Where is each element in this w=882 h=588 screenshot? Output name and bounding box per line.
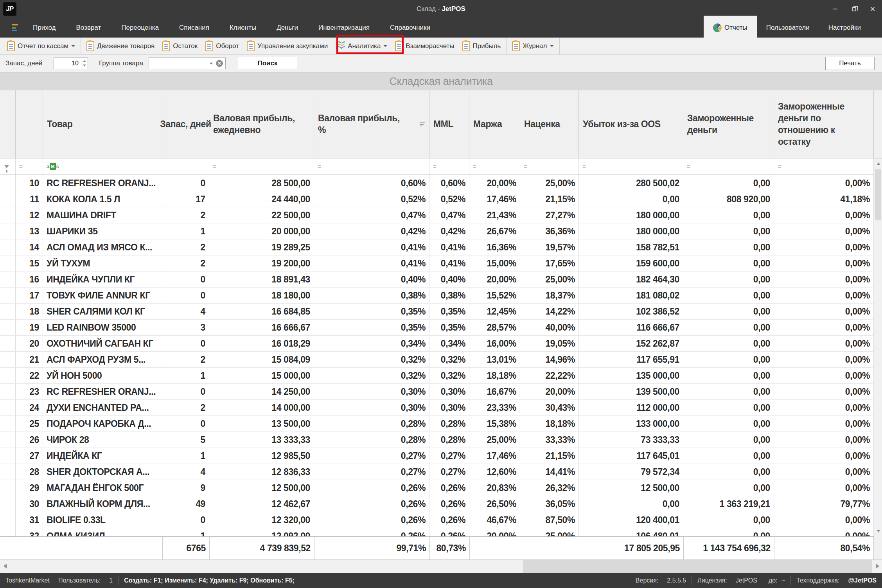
horizontal-scroll-thumb[interactable] bbox=[523, 560, 872, 573]
menu-item-7[interactable]: Справочники bbox=[390, 24, 430, 32]
column-header-mml[interactable]: MML bbox=[429, 90, 469, 158]
filter-eq-cell[interactable]: = bbox=[314, 158, 429, 174]
table-row[interactable]: 13ШАРИКИ 35120 000,000,42%0,42%26,67%36,… bbox=[0, 223, 874, 239]
table-row[interactable]: 22УЙ НОН 5000115 000,000,32%0,32%18,18%2… bbox=[0, 368, 874, 384]
table-row[interactable]: 19LED RAINBOW 35000316 666,670,35%0,35%2… bbox=[0, 320, 874, 336]
menu-item-5[interactable]: Деньги bbox=[277, 24, 298, 32]
list-menu-icon[interactable] bbox=[12, 24, 20, 31]
filter-eq-cell[interactable]: = bbox=[520, 158, 579, 174]
product-name: SHER ДОКТОРСКАЯ А... bbox=[43, 464, 162, 480]
table-row[interactable]: 20ОХОТНИЧИЙ САГБАН КГ016 018,290,34%0,34… bbox=[0, 336, 874, 352]
frozen-money-pct: 41,18% bbox=[774, 191, 874, 207]
toolbar-button-Оборот[interactable]: Оборот bbox=[201, 38, 243, 55]
frozen-money-pct: 0,00% bbox=[774, 368, 874, 383]
table-row[interactable]: 24ДУХИ ENCHANTED PA...214 000,000,30%0,3… bbox=[0, 400, 874, 416]
stock-days-spinner[interactable]: 10 bbox=[54, 58, 88, 69]
table-row[interactable]: 26ЧИРОК 28513 333,330,28%0,28%25,00%33,3… bbox=[0, 432, 874, 448]
filter-eq-cell[interactable]: = bbox=[683, 158, 774, 174]
table-row[interactable]: 27ИНДЕЙКА КГ112 985,500,27%0,27%17,46%21… bbox=[0, 448, 874, 464]
table-row[interactable]: 12МАШИНА DRIFT222 500,000,47%0,47%21,43%… bbox=[0, 207, 874, 223]
toolbar-button-Аналитика[interactable]: Аналитика bbox=[332, 38, 391, 55]
group-combobox[interactable]: ✕ bbox=[149, 58, 226, 69]
column-header-product[interactable]: Товар bbox=[43, 90, 162, 158]
scroll-down-icon[interactable] bbox=[877, 530, 880, 532]
table-row[interactable]: 15УЙ ТУХУМ219 200,000,41%0,41%15,00%17,6… bbox=[0, 255, 874, 272]
tab-Пользователи[interactable]: Пользователи bbox=[757, 18, 819, 38]
gross-profit-pct: 0,32% bbox=[314, 368, 429, 383]
horizontal-scrollbar[interactable] bbox=[0, 559, 882, 573]
toolbar-button-Управление закупками[interactable]: Управление закупками bbox=[243, 38, 332, 55]
table-row[interactable]: 17ТОВУК ФИЛЕ ANNUR КГ018 180,000,38%0,38… bbox=[0, 288, 874, 304]
column-header-frozen[interactable]: Замороженные деньги bbox=[683, 90, 774, 158]
minimize-button[interactable] bbox=[826, 0, 844, 18]
table-row[interactable]: 23RC REFRESHER ORANJ...014 250,000,30%0,… bbox=[0, 384, 874, 400]
search-button[interactable]: Поиск bbox=[238, 57, 297, 70]
filter-funnel-cell[interactable] bbox=[0, 158, 16, 174]
restore-button[interactable] bbox=[844, 0, 863, 18]
filter-eq-cell[interactable]: = bbox=[16, 158, 43, 174]
table-row[interactable]: 32ОЛМА КИЗИЛ112 092,000,26%0,26%20,00%25… bbox=[0, 528, 874, 536]
table-row[interactable]: 21АСЛ ФАРХОД РУЗМ 5...215 084,090,32%0,3… bbox=[0, 352, 874, 368]
table-row[interactable]: 28SHER ДОКТОРСКАЯ А...412 836,330,27%0,2… bbox=[0, 464, 874, 480]
toolbar-button-Прибыль[interactable]: Прибыль bbox=[458, 38, 505, 55]
vertical-scroll-thumb[interactable] bbox=[875, 169, 881, 220]
gross-profit-daily: 12 985,50 bbox=[209, 448, 314, 464]
scroll-up-icon[interactable] bbox=[877, 162, 880, 165]
vertical-scrollbar[interactable] bbox=[874, 158, 882, 536]
close-button[interactable]: × bbox=[863, 0, 882, 18]
column-header-markup[interactable]: Наценка bbox=[520, 90, 579, 158]
funnel-icon bbox=[4, 165, 9, 168]
table-row[interactable]: 16ИНДЕЙКА ЧУПЛИ КГ018 891,430,40%0,40%20… bbox=[0, 272, 874, 288]
filter-cell[interactable] bbox=[162, 158, 209, 174]
column-header-gross-daily[interactable]: Валовая прибыль, ежедневно bbox=[209, 90, 314, 158]
oos-loss: 0,00 bbox=[579, 191, 683, 207]
indicator-column-header bbox=[0, 90, 16, 158]
menu-item-2[interactable]: Переоценка bbox=[121, 24, 159, 32]
table-row[interactable]: 31BIOLIFE 0.33L012 320,000,26%0,26%46,67… bbox=[0, 512, 874, 528]
stock-days: 2 bbox=[162, 400, 209, 415]
toolbar-button-Движение товаров[interactable]: Движение товаров bbox=[83, 38, 158, 55]
menu-item-4[interactable]: Клиенты bbox=[230, 24, 256, 32]
frozen-money-pct: 0,00% bbox=[774, 175, 874, 191]
column-header-margin[interactable]: Маржа bbox=[469, 90, 520, 158]
scroll-left-icon[interactable] bbox=[4, 564, 7, 568]
filter-eq-cell[interactable]: = bbox=[579, 158, 683, 174]
abc-filter-icon: aBc bbox=[47, 163, 59, 170]
spin-down-icon bbox=[83, 65, 86, 67]
column-header-frozen-pct[interactable]: Замороженные деньги по отношению к остат… bbox=[774, 90, 874, 158]
table-row[interactable]: 30ВЛАЖНЫЙ КОРМ ДЛЯ...4912 462,670,26%0,2… bbox=[0, 496, 874, 512]
stock-days: 1 bbox=[162, 448, 209, 464]
filter-eq-cell[interactable]: = bbox=[429, 158, 469, 174]
tab-Отчеты[interactable]: Отчеты bbox=[704, 16, 757, 38]
toolbar-button-Отчет по кассам[interactable]: Отчет по кассам bbox=[3, 38, 79, 55]
table-row[interactable]: 11КОКА КОЛА 1.5 Л1724 440,000,52%0,52%17… bbox=[0, 191, 874, 207]
menu-item-6[interactable]: Инвентаризация bbox=[318, 24, 370, 32]
markup: 21,15% bbox=[520, 448, 579, 464]
toolbar-button-Остаток[interactable]: Остаток bbox=[158, 38, 201, 55]
filter-abc-cell[interactable]: aBc bbox=[43, 158, 162, 174]
toolbar-button-Взаиморасчеты[interactable]: Взаиморасчеты bbox=[391, 38, 458, 55]
filter-eq-cell[interactable]: = bbox=[774, 158, 874, 174]
row-number-column-header[interactable] bbox=[16, 90, 43, 158]
column-header-gross-pct[interactable]: Валовая прибыль, % bbox=[314, 90, 429, 158]
column-header-oos[interactable]: Убыток из-за OOS bbox=[579, 90, 683, 158]
print-button[interactable]: Печать bbox=[825, 57, 875, 70]
clear-icon[interactable]: ✕ bbox=[216, 60, 223, 67]
table-row[interactable]: 25ПОДАРОЧ КАРОБКА Д...013 500,000,28%0,2… bbox=[0, 416, 874, 432]
column-header-days[interactable]: Запас, дней bbox=[162, 90, 209, 158]
filter-eq-cell[interactable]: = bbox=[209, 158, 314, 174]
toolbar-button-Журнал[interactable]: Журнал bbox=[508, 38, 557, 55]
menu-item-1[interactable]: Возврат bbox=[76, 24, 101, 32]
table-row[interactable]: 14АСЛ ОМАД ИЗ МЯСО К...219 289,250,41%0,… bbox=[0, 239, 874, 255]
filter-eq-cell[interactable]: = bbox=[469, 158, 520, 174]
license-label: Лицензия: bbox=[697, 577, 727, 584]
table-row[interactable]: 18SHER САЛЯМИ КОЛ КГ416 684,850,35%0,35%… bbox=[0, 304, 874, 320]
table-row[interactable]: 29МАГАДАН ЁНГОК 500Г912 500,000,26%0,26%… bbox=[0, 480, 874, 496]
menu-item-3[interactable]: Списания bbox=[179, 24, 209, 32]
scroll-right-icon[interactable] bbox=[876, 564, 879, 568]
spinner-arrows[interactable] bbox=[81, 58, 88, 69]
tab-Настройки[interactable]: Настройки bbox=[819, 18, 870, 38]
product-name: УЙ НОН 5000 bbox=[43, 368, 162, 383]
menu-item-0[interactable]: Приход bbox=[33, 24, 56, 32]
table-row[interactable]: 10RC REFRESHER ORANJ...028 500,000,60%0,… bbox=[0, 175, 874, 191]
